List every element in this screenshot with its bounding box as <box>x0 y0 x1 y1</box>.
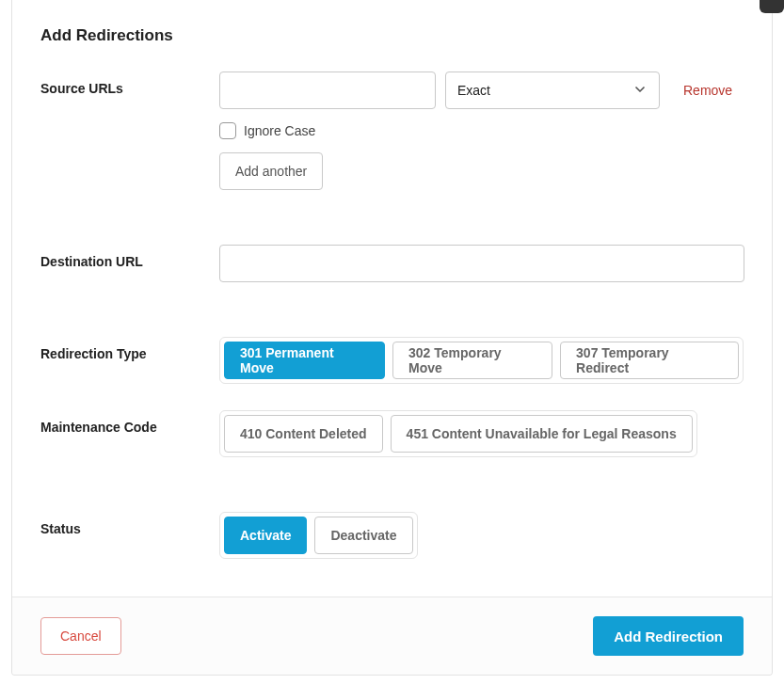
status-content: Activate Deactivate <box>219 512 744 559</box>
destination-content <box>219 245 744 282</box>
status-option-deactivate[interactable]: Deactivate <box>314 517 412 554</box>
source-url-entry: Exact Remove <box>219 72 744 109</box>
ignore-case-checkbox[interactable] <box>219 122 236 139</box>
destination-input[interactable] <box>219 245 744 282</box>
match-type-selected-label: Exact <box>457 83 490 98</box>
source-urls-row: Source URLs Exact Remove <box>40 72 744 190</box>
destination-row: Destination URL <box>40 245 744 282</box>
redirection-type-option-301[interactable]: 301 Permanent Move <box>224 342 385 379</box>
add-another-button[interactable]: Add another <box>219 152 323 190</box>
page-title: Add Redirections <box>40 26 744 45</box>
remove-source-link[interactable]: Remove <box>683 83 732 98</box>
status-group: Activate Deactivate <box>219 512 418 559</box>
maintenance-code-label: Maintenance Code <box>40 410 219 435</box>
maintenance-code-content: 410 Content Deleted 451 Content Unavaila… <box>219 410 744 457</box>
corner-handle <box>760 0 784 13</box>
status-option-activate[interactable]: Activate <box>224 517 307 554</box>
maintenance-code-option-451[interactable]: 451 Content Unavailable for Legal Reason… <box>391 415 693 453</box>
source-urls-content: Exact Remove Ignore Case Add another <box>219 72 744 190</box>
add-redirection-button[interactable]: Add Redirection <box>593 616 744 656</box>
redirection-type-row: Redirection Type 301 Permanent Move 302 … <box>40 337 744 384</box>
maintenance-code-row: Maintenance Code 410 Content Deleted 451… <box>40 410 744 457</box>
destination-label: Destination URL <box>40 245 219 269</box>
maintenance-code-group: 410 Content Deleted 451 Content Unavaila… <box>219 410 697 457</box>
add-redirections-panel: Add Redirections Source URLs Exact Re <box>11 0 773 676</box>
redirection-type-option-307[interactable]: 307 Temporary Redirect <box>560 342 739 379</box>
match-type-select[interactable]: Exact <box>445 72 660 109</box>
source-url-input[interactable] <box>219 72 436 109</box>
status-label: Status <box>40 512 219 536</box>
ignore-case-label: Ignore Case <box>244 123 315 138</box>
redirection-type-label: Redirection Type <box>40 337 219 361</box>
maintenance-code-option-410[interactable]: 410 Content Deleted <box>224 415 383 453</box>
redirection-type-content: 301 Permanent Move 302 Temporary Move 30… <box>219 337 744 384</box>
chevron-down-icon <box>632 82 648 100</box>
match-type-select-wrap: Exact <box>445 72 660 109</box>
panel-body: Add Redirections Source URLs Exact Re <box>12 0 772 597</box>
status-row: Status Activate Deactivate <box>40 512 744 559</box>
panel-footer: Cancel Add Redirection <box>12 597 772 675</box>
cancel-button[interactable]: Cancel <box>40 617 121 655</box>
ignore-case-row: Ignore Case <box>219 122 744 139</box>
source-urls-label: Source URLs <box>40 72 219 96</box>
redirection-type-group: 301 Permanent Move 302 Temporary Move 30… <box>219 337 744 384</box>
redirection-type-option-302[interactable]: 302 Temporary Move <box>392 342 552 379</box>
